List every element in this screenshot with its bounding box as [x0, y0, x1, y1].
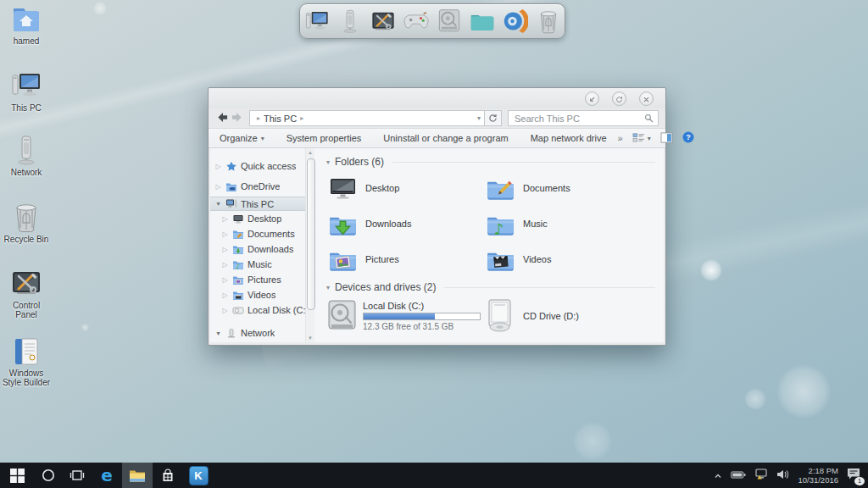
folder-tile-downloads[interactable]: Downloads [326, 206, 484, 241]
file-explorer-icon [129, 469, 146, 482]
desktop-icon [232, 214, 244, 225]
back-button[interactable] [215, 112, 230, 125]
title-bar[interactable] [209, 88, 665, 109]
folder-tile-music[interactable]: ♪ Music [484, 206, 642, 241]
scroll-down-arrow[interactable]: ▼ [306, 334, 314, 342]
store-button[interactable] [153, 463, 183, 488]
uninstall-program-button[interactable]: Uninstall or change a program [372, 129, 519, 147]
desktop: hamed This PC Network Recycle Bin Contro… [0, 0, 868, 488]
drives-section-header[interactable]: ▾ Devices and drives (2) [326, 280, 655, 294]
sidebar-item-onedrive[interactable]: ▷ OneDrive [210, 176, 305, 197]
computer-icon[interactable] [304, 8, 330, 34]
folder-tile-desktop[interactable]: Desktop [326, 170, 484, 206]
refresh-button[interactable] [485, 110, 502, 126]
organize-menu[interactable]: Organize ▾ [209, 129, 275, 147]
tray-overflow-button[interactable] [714, 468, 722, 483]
desktop-icon-network[interactable]: Network [2, 134, 51, 177]
toolbar-overflow-button[interactable]: » [618, 133, 623, 143]
sidebar-item-pictures[interactable]: ▷ Pictures [210, 272, 305, 287]
map-network-drive-button[interactable]: Map network drive [520, 129, 618, 147]
folders-section-title: Folders (6) [335, 156, 384, 168]
expander-icon[interactable]: ▷ [221, 215, 229, 223]
forward-button[interactable] [230, 112, 244, 125]
desktop-icon-hamed[interactable]: hamed [2, 3, 51, 46]
volume-indicator[interactable] [776, 468, 789, 483]
expander-icon[interactable]: ▷ [221, 291, 229, 299]
collapse-icon[interactable]: ▾ [326, 158, 330, 166]
close-button[interactable] [639, 92, 654, 106]
search-icon[interactable] [644, 111, 654, 126]
expander-icon[interactable]: ▾ [214, 200, 222, 208]
expander-icon[interactable]: ▷ [221, 230, 229, 238]
help-button[interactable]: ? [682, 131, 694, 145]
section-rule [444, 287, 655, 288]
sidebar-item-quick-access[interactable]: ▷ Quick access [210, 156, 305, 176]
expander-icon[interactable]: ▾ [214, 330, 222, 337]
network-device-icon[interactable] [337, 8, 363, 34]
scrollbar-thumb[interactable] [307, 158, 315, 310]
recycle-bin-icon[interactable] [536, 8, 561, 34]
search-box[interactable] [508, 110, 659, 126]
sidebar-item-documents[interactable]: ▷ Documents [210, 226, 305, 241]
this-pc-icon [225, 198, 237, 209]
expander-icon[interactable]: ▷ [221, 261, 229, 269]
breadcrumb-this-pc[interactable]: This PC [264, 114, 297, 124]
notification-badge: 1 [854, 477, 865, 485]
desktop-icon-windows-style-builder[interactable]: Windows Style Builder [2, 335, 51, 387]
sidebar-item-music[interactable]: ▷ ♪ Music [210, 257, 305, 272]
network-indicator[interactable] [754, 468, 768, 483]
search-input[interactable] [513, 113, 644, 125]
scroll-up-arrow[interactable]: ▲ [306, 148, 314, 157]
audio-player-icon[interactable] [503, 8, 528, 34]
hard-disk-icon[interactable] [437, 8, 462, 34]
music-folder-icon: ♪ [232, 259, 244, 270]
breadcrumb-chevron-icon[interactable]: ▸ [300, 114, 303, 122]
desktop-icon-recycle-bin[interactable]: Recycle Bin [2, 201, 51, 244]
battery-indicator[interactable] [731, 468, 746, 483]
sidebar-item-this-pc[interactable]: ▾ This PC [210, 197, 305, 211]
address-dropdown-icon[interactable]: ▾ [477, 114, 481, 122]
expander-icon[interactable]: ▷ [214, 163, 222, 170]
sidebar-item-desktop[interactable]: ▷ Desktop [210, 211, 305, 226]
file-explorer-button[interactable] [122, 463, 153, 488]
desktop-icon-this-pc[interactable]: This PC [2, 69, 51, 113]
expander-icon[interactable]: ▷ [221, 246, 229, 253]
taskbar-clock[interactable]: 2:18 PM 10/31/2016 [798, 466, 838, 485]
folder-tile-pictures[interactable]: Pictures [326, 241, 484, 277]
sidebar-item-videos[interactable]: ▷ Videos [210, 287, 305, 302]
cortana-button[interactable] [34, 463, 63, 488]
expander-icon[interactable]: ▷ [214, 183, 222, 191]
change-view-button[interactable]: ▾ [632, 132, 651, 145]
sidebar-scrollbar[interactable]: ▲ ▼ [305, 148, 314, 342]
back-icon [216, 111, 229, 126]
desktop-icon-control-panel[interactable]: Control Panel [2, 267, 51, 319]
expander-icon[interactable]: ▷ [221, 307, 229, 314]
control-panel-icon[interactable] [370, 8, 396, 34]
sidebar-item-downloads[interactable]: ▷ Downloads [210, 241, 305, 257]
edge-button[interactable]: e [92, 463, 122, 488]
minimize-button[interactable] [585, 92, 599, 106]
expander-icon[interactable]: ▷ [221, 276, 229, 284]
start-button[interactable] [0, 463, 34, 488]
folder-tile-videos[interactable]: Videos [484, 241, 642, 277]
address-bar[interactable]: ▸ This PC ▸ ▾ [249, 110, 485, 126]
gamepad-icon[interactable] [403, 8, 429, 34]
task-view-button[interactable] [63, 463, 92, 488]
minimize-icon [588, 92, 596, 107]
folder-tile-label: Pictures [365, 254, 399, 264]
folders-section-header[interactable]: ▾ Folders (6) [326, 155, 655, 169]
preview-pane-button[interactable] [660, 132, 673, 145]
sidebar-item-network[interactable]: ▾ Network [210, 323, 305, 342]
downloads-folder-icon [232, 244, 244, 255]
sidebar-item-local-disk-c[interactable]: ▷ Local Disk (C:) [210, 302, 305, 318]
drive-tile-local-disk[interactable]: Local Disk (C:) 12.3 GB free of 31.5 GB [326, 298, 484, 333]
drive-tile-cd[interactable]: CD Drive (D:) [484, 298, 579, 333]
folder-tile-documents[interactable]: Documents [484, 170, 642, 206]
maximize-button[interactable] [612, 92, 626, 106]
collapse-icon[interactable]: ▾ [326, 284, 330, 291]
action-center-button[interactable]: 1 [847, 468, 860, 483]
folder-icon[interactable] [470, 8, 495, 34]
kde-app-button[interactable]: K [183, 463, 214, 488]
system-properties-button[interactable]: System properties [275, 129, 373, 147]
command-bar: Organize ▾ System properties Uninstall o… [209, 128, 665, 148]
